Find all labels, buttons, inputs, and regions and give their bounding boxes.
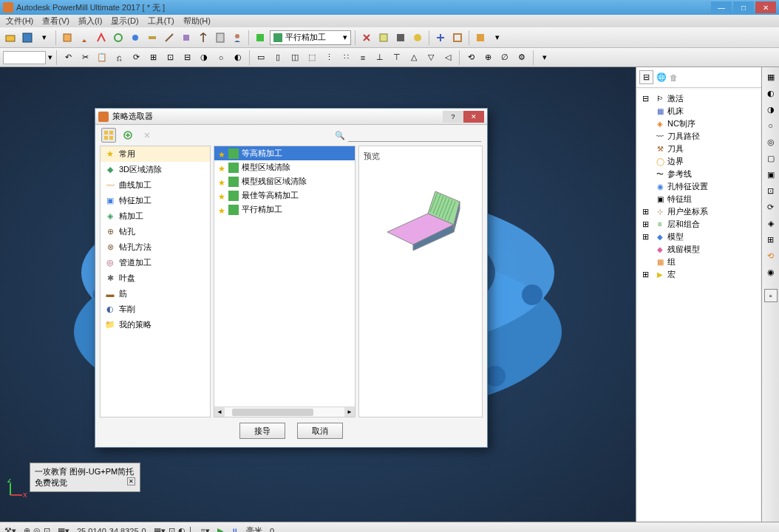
view-icon-1[interactable]: ▭ [254, 50, 268, 65]
cancel-button[interactable]: 取消 [297, 423, 343, 439]
rt-icon-10[interactable]: ◈ [764, 216, 778, 230]
status-play[interactable]: ▶ [217, 526, 223, 532]
leads-icon[interactable] [111, 30, 126, 45]
avatar-icon[interactable] [230, 30, 245, 45]
new-icon[interactable] [120, 128, 135, 143]
rt-icon-13[interactable]: ◉ [764, 265, 778, 279]
rapid-icon[interactable] [94, 30, 109, 45]
menu-view[interactable]: 查看(V) [39, 16, 72, 27]
view-icon-13[interactable]: ⟲ [463, 50, 478, 65]
search-input[interactable] [348, 129, 481, 142]
view-icon-17[interactable]: ▾ [537, 50, 552, 65]
status-icon-6[interactable]: ◐ [178, 526, 186, 532]
status-pause[interactable]: ⏸ [231, 527, 239, 533]
feedrate-icon[interactable] [145, 30, 160, 45]
category-my[interactable]: 📁我的策略 [101, 317, 210, 332]
ok-button[interactable]: 接导 [239, 423, 285, 439]
status-icon-4[interactable]: ▦▾ [154, 526, 166, 532]
tb2-icon-11[interactable]: ◐ [231, 50, 245, 65]
verify-icon[interactable] [410, 30, 425, 45]
strategy-model-rest-clear[interactable]: ★模型残留区域清除 [214, 174, 355, 188]
tree-item-active[interactable]: ⊟🏳激活 [641, 92, 757, 105]
rt-icon-2[interactable]: ◐ [764, 86, 778, 100]
tree-item-models[interactable]: ⊞◆模型 [641, 231, 757, 243]
measure-icon[interactable] [162, 30, 177, 45]
tb2-icon-1[interactable]: ↶ [61, 50, 75, 65]
category-3d-clearance[interactable]: ◆3D区域清除 [101, 162, 210, 177]
rt-icon-12[interactable]: ⟲ [764, 249, 778, 262]
dropdown-icon[interactable]: ▾ [37, 30, 52, 45]
category-rib[interactable]: ▬筋 [101, 286, 210, 301]
view-icon-7[interactable]: ≡ [356, 50, 370, 65]
save-icon[interactable] [20, 30, 35, 45]
open-icon[interactable] [3, 30, 18, 45]
view-icon-4[interactable]: ⬚ [305, 50, 319, 65]
startpt-icon[interactable] [128, 30, 143, 45]
category-finishing[interactable]: ◈精加工 [101, 208, 210, 224]
status-icon-7[interactable]: │ [188, 527, 194, 533]
close-icon[interactable]: ✕ [127, 477, 135, 485]
tb2-icon-5[interactable]: ⟳ [129, 50, 143, 65]
view-icon-3[interactable]: ◫ [288, 50, 302, 65]
close-button[interactable]: ✕ [755, 1, 776, 13]
category-blisk[interactable]: ✱叶盘 [101, 270, 210, 286]
dialog-titlebar[interactable]: 策略选取器 ? ✕ [95, 109, 487, 125]
tool-icon[interactable] [77, 30, 92, 45]
category-drill-methods[interactable]: ⊗钻孔方法 [101, 239, 210, 255]
category-list[interactable]: ★常用 ◆3D区域清除 〰曲线加工 ▣特征加工 ◈精加工 ⊕钻孔 ⊗钻孔方法 ◎… [100, 146, 211, 417]
rt-icon-9[interactable]: ⟳ [764, 200, 778, 214]
tab-tree-icon[interactable]: ⊟ [639, 70, 653, 84]
category-feature[interactable]: ▣特征加工 [101, 193, 210, 208]
tree-item-groups[interactable]: ▦组 [641, 256, 757, 268]
tree-item-patterns[interactable]: 〜参考线 [641, 168, 757, 180]
strategy-icon[interactable] [253, 30, 268, 45]
view-icon-5[interactable]: ⋮ [322, 50, 336, 65]
strategy-constant-z[interactable]: ★等高精加工 [214, 146, 355, 160]
view-icon-2[interactable]: ▯ [271, 50, 285, 65]
tab-world-icon[interactable]: 🌐 [656, 72, 667, 82]
rt-icon-6[interactable]: ▢ [764, 151, 778, 165]
tb2-icon-9[interactable]: ◑ [197, 50, 211, 65]
category-favorites[interactable]: ★常用 [101, 146, 210, 162]
tree-item-macros[interactable]: ⊞▶宏 [641, 268, 757, 281]
rt-icon-8[interactable]: ⊡ [764, 184, 778, 197]
status-icon-2[interactable]: ◎ [33, 526, 41, 532]
scroll-left-icon[interactable]: ◄ [214, 407, 225, 417]
tb2-icon-4[interactable]: ⎌ [112, 50, 126, 65]
menu-help[interactable]: 帮助(H) [180, 16, 214, 27]
delete-icon[interactable] [140, 128, 154, 143]
thumb-view-icon[interactable] [101, 128, 116, 143]
strategy-model-area-clear[interactable]: ★模型区域清除 [214, 160, 355, 174]
category-port[interactable]: ◎管道加工 [101, 255, 210, 270]
rt-collapse-icon[interactable]: × [764, 289, 778, 302]
tb2-icon-3[interactable]: 📋 [95, 50, 109, 65]
view-icon-9[interactable]: ⊤ [390, 50, 404, 65]
minimize-button[interactable]: — [711, 1, 732, 13]
simulate-icon[interactable] [393, 30, 408, 45]
menu-tools[interactable]: 工具(T) [145, 16, 177, 27]
strategy-dropdown[interactable]: 平行精加工 ▾ [270, 30, 351, 45]
status-icon-3[interactable]: ⊡ [44, 526, 50, 532]
tab-trash-icon[interactable]: 🗑 [670, 73, 678, 82]
tree-item-featuregroups[interactable]: ▣特征组 [641, 193, 757, 205]
tree-item-featuresets[interactable]: ◉孔特征设置 [641, 180, 757, 193]
tree-item-boundaries[interactable]: ◯边界 [641, 155, 757, 168]
rt-icon-11[interactable]: ⊞ [764, 233, 778, 246]
category-drilling[interactable]: ⊕钻孔 [101, 224, 210, 239]
delete-icon[interactable] [359, 30, 374, 45]
tb2-icon-2[interactable]: ✂ [78, 50, 92, 65]
view-icon-11[interactable]: ▽ [423, 50, 438, 65]
tree-item-nc[interactable]: ◈NC制序 [641, 117, 757, 130]
view-icon-12[interactable]: ◁ [440, 50, 455, 65]
toolaxis-icon[interactable] [196, 30, 211, 45]
tree-item-levels[interactable]: ⊞≡层和组合 [641, 218, 757, 231]
rt-icon-5[interactable]: ◎ [764, 135, 778, 149]
thickness-icon[interactable] [179, 30, 194, 45]
explorer-tree[interactable]: ⊟🏳激活 ▦机床 ◈NC制序 〰刀具路径 ⚒刀具 ◯边界 〜参考线 ◉孔特征设置… [638, 89, 760, 520]
tb2-icon-8[interactable]: ⊟ [180, 50, 194, 65]
scroll-thumb[interactable] [232, 409, 313, 416]
tree-item-tools[interactable]: ⚒刀具 [641, 143, 757, 155]
tb2-icon-7[interactable]: ⊡ [163, 50, 177, 65]
status-icon-5[interactable]: ⊡ [169, 526, 175, 532]
status-icon-1[interactable]: ⊕ [24, 526, 30, 532]
